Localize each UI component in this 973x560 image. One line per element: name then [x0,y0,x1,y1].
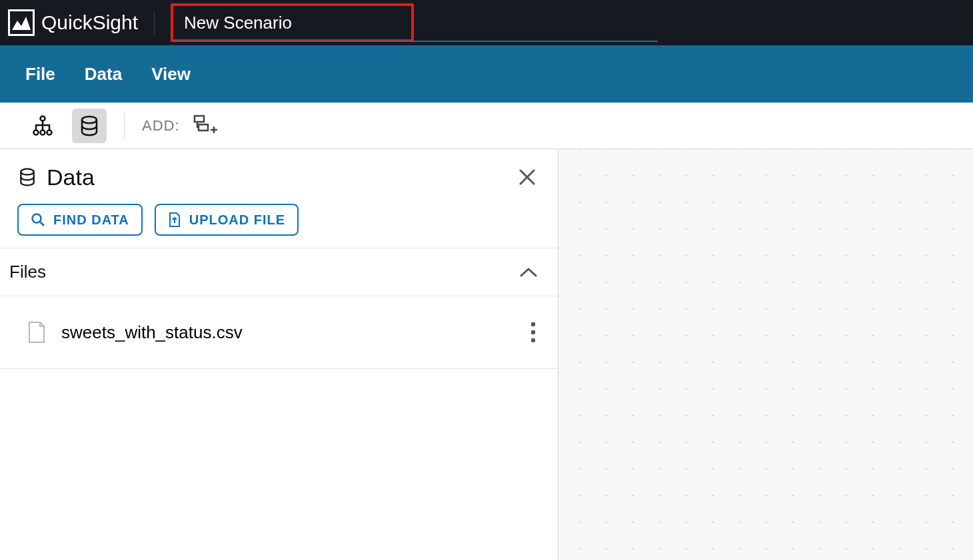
add-label: ADD: [142,117,180,135]
menu-bar: File Data View [0,45,973,103]
menu-file[interactable]: File [25,64,55,85]
data-view-button[interactable] [72,109,107,143]
upload-file-button[interactable]: UPLOAD FILE [155,204,299,236]
hierarchy-view-button[interactable] [25,109,60,143]
chevron-up-icon [519,266,538,278]
brand-name: QuickSight [41,11,138,34]
panel-title-text: Data [47,164,95,190]
svg-point-5 [47,130,52,135]
kebab-icon [530,320,536,344]
toolbar: ADD: [0,103,973,149]
files-section-label: Files [9,262,46,282]
find-data-label: FIND DATA [53,212,129,228]
svg-point-13 [531,338,535,342]
database-icon [78,115,101,137]
data-panel-header: Data [0,149,558,248]
svg-point-11 [531,322,535,326]
files-section-header[interactable]: Files [0,248,558,296]
menu-view[interactable]: View [151,64,191,85]
close-panel-button[interactable] [514,164,540,190]
svg-point-10 [33,214,41,223]
hierarchy-icon [31,115,54,137]
toolbar-separator [124,113,125,139]
database-icon [17,167,37,187]
upload-icon [168,212,181,228]
svg-point-2 [41,116,45,121]
scenario-name-input[interactable] [184,13,401,33]
scenario-input-underline [173,41,658,42]
quicksight-logo-icon [8,9,35,36]
menu-data[interactable]: Data [85,64,122,85]
svg-point-9 [21,169,33,175]
topbar-separator [154,11,155,35]
top-header: QuickSight [0,0,973,45]
svg-marker-1 [12,17,31,30]
close-icon [518,168,536,186]
svg-point-3 [34,130,39,135]
svg-point-4 [41,130,45,135]
file-icon [27,320,47,344]
svg-point-12 [531,330,535,334]
file-actions-button[interactable] [526,316,540,348]
collapse-files-button[interactable] [516,264,540,281]
file-item[interactable]: sweets_with_status.csv [0,296,558,369]
add-block-button[interactable] [192,109,219,143]
find-data-button[interactable]: FIND DATA [17,204,143,236]
search-icon [31,212,45,227]
upload-file-label: UPLOAD FILE [189,212,285,228]
data-panel-title: Data [17,164,95,190]
svg-rect-0 [9,11,34,35]
svg-rect-8 [199,125,208,131]
main-area: Data [0,149,973,560]
svg-rect-7 [195,116,204,122]
add-block-icon [192,114,219,138]
brand-logo[interactable]: QuickSight [8,9,138,36]
file-name: sweets_with_status.csv [61,322,243,343]
scenario-name-field-highlight [171,3,414,42]
data-panel: Data [0,149,558,560]
svg-point-6 [82,117,97,123]
scenario-canvas[interactable] [558,149,973,560]
